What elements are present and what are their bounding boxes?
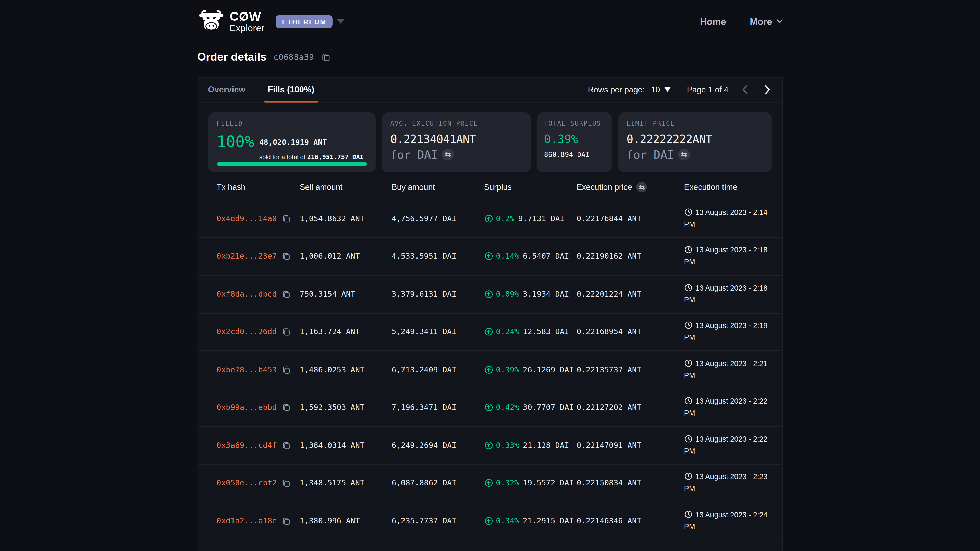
copy-tx-hash-button[interactable] (282, 365, 290, 374)
copy-icon (282, 403, 290, 412)
tx-hash-link[interactable]: 0xb21e...23e7 (217, 252, 277, 261)
tx-hash-link[interactable]: 0xbe78...b453 (217, 365, 277, 374)
surplus-percent: 0.2% (496, 214, 514, 223)
clock-icon (684, 208, 692, 216)
arrow-up-circle-icon (484, 479, 493, 487)
sell-amount-cell: 1,163.724 ANT (300, 327, 391, 336)
tx-hash-cell: 0xb21e...23e7 (217, 252, 300, 261)
execution-time-cell: 13 August 2023 - 2:18 PM (684, 283, 775, 306)
surplus-cell: 0.24% 12.583 DAI (484, 327, 576, 336)
surplus-cell: 0.2% 9.7131 DAI (484, 214, 576, 223)
surplus-amount: 26.1269 DAI (523, 365, 574, 374)
sell-amount-cell: 1,348.5175 ANT (300, 479, 391, 487)
tab-overview[interactable]: Overview (208, 78, 245, 102)
execution-price-cell: 0.22168954 ANT (576, 327, 684, 336)
surplus-percent: 0.42% (496, 403, 519, 412)
invert-execution-price-button[interactable] (636, 182, 647, 192)
execution-time-cell: 13 August 2023 - 2:19 PM (684, 320, 775, 344)
buy-amount-cell: 6,713.2409 DAI (391, 365, 484, 374)
col-tx-hash: Tx hash (217, 183, 300, 192)
copy-tx-hash-button[interactable] (282, 327, 290, 336)
execution-time-cell: 13 August 2023 - 2:21 PM (684, 358, 775, 381)
buy-amount-cell: 3,379.6131 DAI (391, 290, 484, 299)
brand-logo[interactable]: CØW Explorer (197, 10, 264, 33)
page-header: Order details c0688a39 (197, 51, 783, 64)
clock-icon (684, 359, 692, 367)
buy-amount-cell: 6,249.2694 DAI (391, 441, 484, 449)
table-row: 0x2cd0...26dd 1,163.724 ANT 5,249.3411 D… (198, 313, 782, 351)
clock-icon (684, 246, 692, 254)
execution-price-cell: 0.22150834 ANT (576, 479, 684, 487)
tx-hash-link[interactable]: 0xd1a2...a18e (217, 516, 277, 525)
total-surplus-percent: 0.39% (544, 132, 604, 145)
previous-page-button[interactable] (740, 84, 750, 95)
filled-amount: 48,020.1919 ANT (259, 138, 327, 147)
execution-price-cell: 0.22147091 ANT (576, 441, 684, 449)
execution-time-text: 13 August 2023 - 2:14 PM (684, 208, 767, 229)
buy-amount-cell: 6,087.8862 DAI (391, 479, 484, 487)
copy-icon (282, 327, 290, 336)
swap-icon (445, 152, 452, 157)
summary-cards: FILLED 100% 48,020.1919 ANT sold for a t… (198, 103, 782, 172)
execution-time-text: 13 August 2023 - 2:22 PM (684, 397, 767, 418)
tx-hash-link[interactable]: 0x3a69...cd4f (217, 441, 277, 449)
next-page-button[interactable] (762, 84, 772, 95)
invert-limit-price-button[interactable] (678, 149, 690, 161)
copy-tx-hash-button[interactable] (282, 403, 290, 412)
logo-subtitle: Explorer (230, 24, 264, 33)
execution-time-text: 13 August 2023 - 2:23 PM (684, 472, 767, 493)
order-id: c0688a39 (274, 52, 314, 62)
execution-time-cell: 13 August 2023 - 2:22 PM (684, 433, 775, 457)
tx-hash-cell: 0xf8da...dbcd (217, 290, 300, 299)
rows-per-page-select[interactable]: 10 (651, 85, 671, 94)
arrow-up-circle-icon (484, 441, 493, 449)
select-arrow-icon (664, 87, 670, 92)
sell-amount-cell: 1,054.8632 ANT (300, 214, 391, 223)
copy-tx-hash-button[interactable] (282, 441, 290, 449)
table-row: 0xbe78...b453 1,486.0253 ANT 6,713.2409 … (198, 351, 782, 389)
tx-hash-link[interactable]: 0xb99a...ebbd (217, 403, 277, 412)
surplus-percent: 0.14% (496, 252, 519, 261)
tx-hash-link[interactable]: 0xf8da...dbcd (217, 290, 277, 299)
execution-time-cell: 13 August 2023 - 2:18 PM (684, 245, 775, 268)
chevron-right-icon (762, 84, 772, 95)
copy-order-id-button[interactable] (321, 52, 331, 62)
avg-price-label: AVG. EXECUTION PRICE (390, 120, 522, 127)
limit-price-label: LIMIT PRICE (627, 120, 763, 127)
limit-price-value: 0.22222222ANT (627, 132, 763, 145)
fills-table-body: 0x4ed9...14a0 1,054.8632 ANT 4,756.5977 … (198, 200, 782, 540)
total-surplus-amount: 860.894 DAI (544, 151, 604, 159)
copy-tx-hash-button[interactable] (282, 479, 290, 487)
network-selector[interactable]: ETHEREUM (275, 15, 345, 28)
col-surplus: Surplus (484, 183, 576, 192)
nav-home[interactable]: Home (700, 16, 726, 27)
buy-amount-cell: 7,196.3471 DAI (391, 403, 484, 412)
execution-time-cell: 13 August 2023 - 2:24 PM (684, 509, 775, 533)
arrow-up-circle-icon (484, 403, 493, 412)
execution-price-cell: 0.22190162 ANT (576, 252, 684, 261)
tx-hash-link[interactable]: 0x4ed9...14a0 (217, 214, 277, 223)
buy-amount-cell: 5,249.3411 DAI (391, 327, 484, 336)
copy-tx-hash-button[interactable] (282, 516, 290, 525)
sell-amount-cell: 1,006.012 ANT (300, 252, 391, 261)
tab-fills[interactable]: Fills (100%) (268, 78, 314, 102)
swap-icon (681, 152, 688, 157)
copy-tx-hash-button[interactable] (282, 252, 290, 261)
network-badge[interactable]: ETHEREUM (275, 15, 333, 28)
surplus-amount: 6.5407 DAI (523, 252, 569, 261)
tx-hash-link[interactable]: 0x050e...cbf2 (217, 479, 277, 487)
copy-icon (282, 365, 290, 374)
execution-time-text: 13 August 2023 - 2:18 PM (684, 284, 767, 304)
page-indicator: Page 1 of 4 (687, 85, 729, 94)
limit-price-per: for DAI (627, 148, 674, 161)
execution-price-cell: 0.22201224 ANT (576, 290, 684, 299)
copy-tx-hash-button[interactable] (282, 214, 290, 223)
table-row: 0x050e...cbf2 1,348.5175 ANT 6,087.8862 … (198, 465, 782, 502)
copy-tx-hash-button[interactable] (282, 290, 290, 299)
execution-time-text: 13 August 2023 - 2:22 PM (684, 435, 767, 455)
copy-icon (282, 516, 290, 525)
surplus-percent: 0.32% (496, 479, 519, 487)
nav-more[interactable]: More (750, 16, 783, 27)
invert-price-button[interactable] (442, 149, 454, 161)
tx-hash-link[interactable]: 0x2cd0...26dd (217, 327, 277, 336)
